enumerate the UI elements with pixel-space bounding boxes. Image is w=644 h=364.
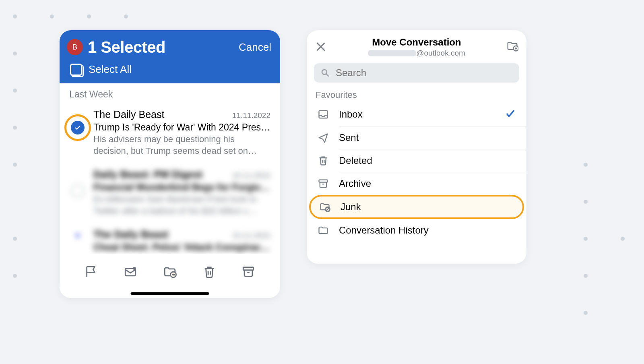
svg-point-1 [133,267,136,270]
mail-subject: Trump Is 'Ready for War' With 2024 Pres… [93,122,270,133]
folder-label: Inbox [339,109,495,120]
folder-list: Inbox Sent Deleted Archive [307,103,526,242]
folder-item-sent[interactable]: Sent [307,126,526,149]
archive-button[interactable] [239,263,257,281]
mail-subject: Cheat Sheet: Pelosi 'Attack Conspiracy S… [93,242,270,253]
folder-label: Junk [341,201,514,213]
folder-plus-icon [506,40,518,52]
avatar[interactable]: B [67,39,83,55]
trash-icon [317,155,329,167]
select-all-button[interactable]: Select All [67,59,271,76]
move-header: Move Conversation @outlook.com [307,30,526,59]
folder-label: Archive [339,178,516,189]
selection-checkbox[interactable] [67,121,89,134]
folder-label: Sent [339,132,516,143]
folder-item-archive[interactable]: Archive [307,172,526,195]
close-icon [315,41,327,53]
mail-sender: Daily Beast: PM Digest [93,169,232,180]
move-conversation-panel: Move Conversation @outlook.com Favourite… [307,30,526,264]
folder-item-deleted[interactable]: Deleted [307,149,526,172]
folder-item-junk[interactable]: Junk [309,195,524,219]
mail-date: 10.11.2022 [232,231,270,240]
selection-panel: B 1 Selected Cancel Select All Last Week… [60,30,280,298]
highlight-ring [64,114,91,141]
sent-icon [317,132,329,144]
select-all-icon [70,64,82,76]
folder-move-icon [163,265,177,279]
close-button[interactable] [315,41,327,53]
search-icon [320,68,330,78]
move-button[interactable] [161,263,179,281]
mail-preview: His advisers may be questioning his deci… [93,134,270,157]
flag-button[interactable] [83,263,100,281]
mail-sender: The Daily Beast [93,109,232,120]
selection-header: B 1 Selected Cancel Select All [60,30,280,83]
mark-read-button[interactable] [122,263,139,281]
redacted-mask [368,50,416,56]
search-input[interactable] [336,67,513,79]
mail-date: 10.11.2022 [232,171,270,180]
mail-item[interactable]: Daily Beast: PM Digest 10.11.2022 Financ… [60,164,280,224]
section-header: Last Week [60,83,280,104]
archive-icon [317,178,329,190]
mail-preview: Ex-billionaire Sam Bankman-Fried took to… [93,194,270,217]
folder-item-conversation-history[interactable]: Conversation History [307,219,526,242]
selection-checkbox[interactable] [67,184,89,198]
home-indicator [131,292,209,295]
mail-item[interactable]: The Daily Beast 10.11.2022 Cheat Sheet: … [60,224,280,254]
checkmark-icon [505,108,516,121]
delete-button[interactable] [200,263,218,281]
folder-label: Conversation History [339,225,516,236]
mail-sender: The Daily Beast [93,229,232,240]
action-toolbar [60,254,280,298]
mail-item[interactable]: The Daily Beast 11.11.2022 Trump Is 'Rea… [60,104,280,164]
selection-count-title: 1 Selected [88,38,239,56]
new-folder-button[interactable] [506,40,518,52]
folder-item-inbox[interactable]: Inbox [307,103,526,126]
panel-title: Move Conversation [331,37,502,48]
folder-label: Deleted [339,155,516,166]
favourites-label: Favourites [307,84,526,103]
svg-rect-3 [243,267,254,270]
search-field[interactable] [314,63,519,83]
cancel-button[interactable]: Cancel [239,41,271,54]
select-all-label: Select All [89,63,132,76]
mail-subject: Financial Wunderkind Begs for Forgiven… [93,182,270,193]
unread-dot-icon [76,234,80,238]
inbox-icon [317,108,329,120]
junk-icon [319,201,331,213]
svg-rect-7 [319,180,328,182]
panel-subtitle: @outlook.com [331,49,502,58]
folder-icon [317,224,329,236]
mail-date: 11.11.2022 [232,111,270,120]
